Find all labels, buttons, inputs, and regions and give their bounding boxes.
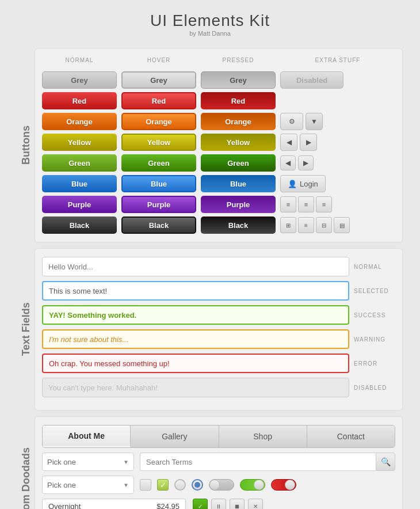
btn-hover-black[interactable]: Black [121,216,196,234]
tabs-row: About Me Gallery Shop Contact [42,425,395,448]
bar-view-button[interactable]: ▤ [334,217,350,233]
doodads-section: Random Doodads About Me Gallery Shop Con… [17,416,403,509]
prev-arrow-button[interactable]: ◀ [280,134,297,151]
tf-normal-input[interactable] [42,257,349,276]
normal-header: NORMAL [42,57,117,63]
tf-error-input[interactable] [42,354,349,373]
dropdown-2[interactable]: Pick one ▼ [42,476,134,494]
btn-pressed-grey[interactable]: Grey [201,71,276,89]
btn-disabled: Disabled [280,71,343,89]
align-left-button[interactable]: ≡ [280,196,296,212]
tf-disabled-label: DISABLED [349,385,395,391]
btn-normal-blue[interactable]: Blue [42,175,117,192]
radio-unchecked[interactable] [174,479,186,491]
list-view-button[interactable]: ≡ [298,217,314,233]
btn-hover-green[interactable]: Green [121,154,196,172]
extra-login-row: 👤 Login [280,175,395,192]
gear-button[interactable]: ⚙ [280,113,303,130]
dropdown2-controls-row: Pick one ▼ ✓ [42,476,395,494]
doodads-section-label: Random Doodads [17,416,35,509]
btn-pressed-black[interactable]: Black [201,216,276,234]
buttons-section: Buttons NORMAL Grey Red Orange Yellow Gr… [17,48,403,242]
btn-normal-red[interactable]: Red [42,92,117,109]
align-right-button[interactable]: ≡ [316,196,332,212]
toggle-red-on[interactable] [271,479,296,491]
grid-view-button[interactable]: ⊞ [280,217,296,233]
doodads-content: About Me Gallery Shop Contact Pick one ▼… [35,416,403,509]
stop-button[interactable]: ⏹ [230,499,245,509]
column-view-button[interactable]: ⊟ [316,217,332,233]
toggle-off[interactable] [209,479,234,491]
extra-header: EXTRA STUFF [280,57,395,63]
btn-pressed-purple[interactable]: Purple [201,196,276,213]
toggle-green-on[interactable] [240,479,265,491]
tf-error-row: ERROR [42,354,395,373]
pause-button[interactable]: ⏸ [211,499,226,509]
dropdown-1-label: Pick one [47,458,76,466]
btn-normal-yellow[interactable]: Yellow [42,134,117,151]
tab-gallery[interactable]: Gallery [131,426,219,447]
btn-pressed-yellow[interactable]: Yellow [201,134,276,151]
radio-dot [194,482,200,488]
tab-shop[interactable]: Shop [219,426,307,447]
tf-success-label: SUCCESS [349,312,395,318]
checkbox-unchecked[interactable] [140,479,151,491]
tf-selected-input[interactable] [42,281,349,301]
buttons-normal-column: NORMAL Grey Red Orange Yellow Green Blue… [42,57,117,234]
btn-pressed-orange[interactable]: Orange [201,113,276,130]
next-arrow-small[interactable]: ▶ [298,155,314,170]
search-input[interactable] [140,453,376,471]
btn-hover-red[interactable]: Red [121,92,196,109]
pricing-table: Overnight $24.95 Priority $13.40 Ground … [42,499,186,509]
pressed-header: PRESSED [201,57,276,63]
tf-warning-input[interactable] [42,329,349,349]
dropdown-2-arrow: ▼ [123,482,129,488]
btn-normal-grey[interactable]: Grey [42,71,117,89]
view-buttons-group: ⊞ ≡ ⊟ ▤ [280,217,350,233]
action-buttons-row: ✓ ⏸ ⏹ ✕ [193,499,304,509]
page-subtitle: by Matt Danna [17,30,403,37]
btn-pressed-blue[interactable]: Blue [201,175,276,192]
dropdown-2-label: Pick one [47,481,76,489]
close-small-button[interactable]: ✕ [248,499,263,509]
text-fields-content: NORMAL SELECTED SUCCESS WARNING ERROR DI… [35,248,403,411]
tf-selected-row: SELECTED [42,281,395,301]
checkmark-button[interactable]: ✓ [193,499,208,509]
tf-success-input[interactable] [42,305,349,325]
checkbox-checked[interactable]: ✓ [157,479,169,491]
btn-normal-green[interactable]: Green [42,154,117,172]
prev-arrow-small[interactable]: ◀ [280,155,296,170]
btn-hover-grey[interactable]: Grey [121,71,196,89]
btn-normal-purple[interactable]: Purple [42,196,117,213]
text-fields-section: Text Fields NORMAL SELECTED SUCCESS WARN… [17,248,403,411]
btn-hover-yellow[interactable]: Yellow [121,134,196,151]
tf-warning-label: WARNING [349,336,395,343]
extra-disabled-row: Disabled [280,71,395,89]
radio-checked[interactable] [192,479,203,491]
pricing-row-overnight[interactable]: Overnight $24.95 [43,499,185,509]
btn-pressed-green[interactable]: Green [201,154,276,172]
btn-hover-orange[interactable]: Orange [121,113,196,130]
gear-dropdown-arrow[interactable]: ▼ [306,113,323,130]
btn-normal-orange[interactable]: Orange [42,113,117,130]
login-button[interactable]: 👤 Login [280,175,326,192]
align-center-button[interactable]: ≡ [298,196,314,212]
tab-contact[interactable]: Contact [307,426,395,447]
btn-hover-purple[interactable]: Purple [121,196,196,213]
buttons-pressed-column: PRESSED Grey Red Orange Yellow Green Blu… [201,57,276,234]
login-label: Login [300,180,318,188]
buttons-extra-column: EXTRA STUFF Disabled ⚙ ▼ ◀ ▶ [280,57,395,234]
btn-normal-black[interactable]: Black [42,216,117,234]
btn-hover-blue[interactable]: Blue [121,175,196,192]
next-arrow-button[interactable]: ▶ [300,134,317,151]
toggle-off-knob [209,480,220,490]
buttons-hover-column: HOVER Grey Red Orange Yellow Green Blue … [121,57,196,234]
align-buttons-group: ≡ ≡ ≡ [280,196,332,212]
btn-pressed-red[interactable]: Red [201,92,276,109]
doodads-left: Overnight $24.95 Priority $13.40 Ground … [42,499,186,509]
search-button[interactable]: 🔍 [376,453,395,471]
tab-about-me[interactable]: About Me [43,426,131,447]
buttons-section-label: Buttons [17,48,35,242]
dropdown-1[interactable]: Pick one ▼ [42,453,134,471]
extra-gear-row: ⚙ ▼ [280,113,395,130]
